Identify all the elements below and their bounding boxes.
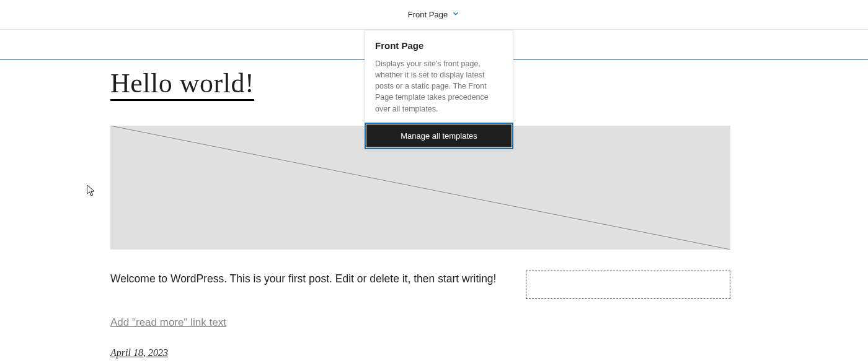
editor-top-bar: Front Page: [0, 0, 868, 30]
post-excerpt[interactable]: Welcome to WordPress. This is your first…: [110, 271, 501, 287]
chevron-down-icon: [451, 9, 460, 20]
dropdown-body: Front Page Displays your site's front pa…: [365, 30, 513, 124]
dropdown-title: Front Page: [375, 40, 503, 51]
template-name-label: Front Page: [408, 10, 448, 19]
manage-all-templates-button[interactable]: Manage all templates: [366, 124, 512, 147]
read-more-input[interactable]: Add "read more" link text: [110, 316, 226, 329]
content-row: Welcome to WordPress. This is your first…: [110, 271, 730, 299]
post-date[interactable]: April 18, 2023: [110, 347, 168, 358]
cursor-icon: [87, 185, 97, 198]
dropdown-description: Displays your site's front page, whether…: [375, 58, 503, 115]
template-dropdown-panel: Front Page Displays your site's front pa…: [365, 30, 513, 149]
empty-block-placeholder[interactable]: [526, 271, 730, 299]
template-dropdown-trigger[interactable]: Front Page: [408, 9, 460, 20]
post-title[interactable]: Hello world!: [110, 67, 254, 101]
